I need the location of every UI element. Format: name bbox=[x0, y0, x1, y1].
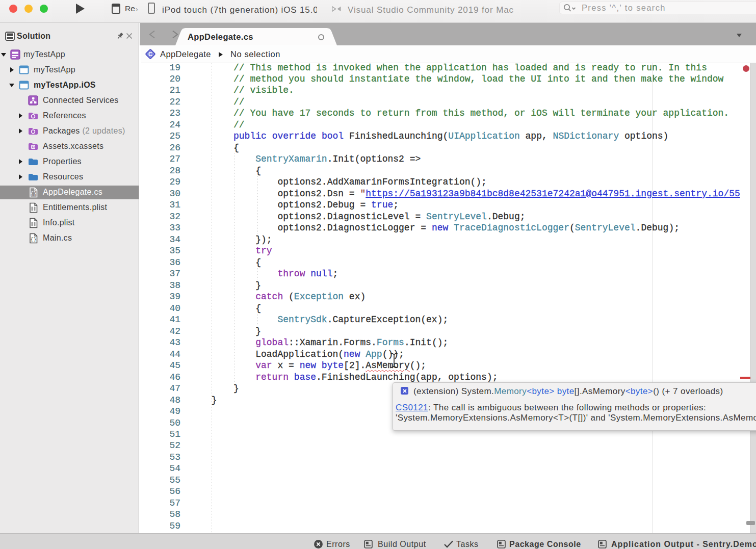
svg-text:C: C bbox=[148, 51, 152, 57]
svg-text:{}: {} bbox=[30, 237, 36, 243]
svg-text:{}: {} bbox=[30, 191, 36, 197]
